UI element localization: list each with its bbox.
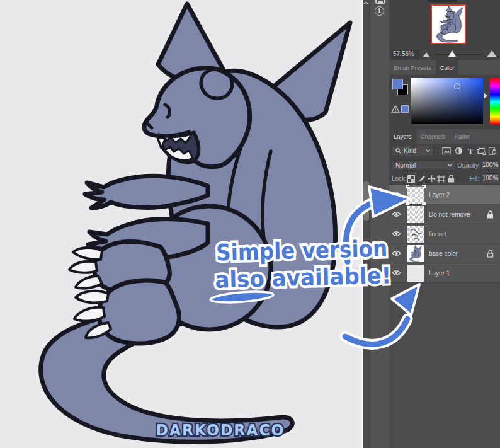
layer-row-do-not-remove[interactable]: Do not remove: [389, 205, 500, 224]
dragon-arm-upper: [85, 176, 208, 208]
visibility-toggle[interactable]: [389, 205, 404, 224]
layer-filter-row: Kind T: [389, 144, 500, 159]
filter-kind-dropdown[interactable]: Kind: [392, 146, 434, 156]
tab-paths[interactable]: Paths: [450, 129, 474, 144]
scrollbar-thumb[interactable]: [363, 181, 369, 221]
visibility-toggle[interactable]: [389, 244, 404, 263]
filter-pixel-layers-icon[interactable]: [442, 147, 451, 155]
collapsed-panel-dock: i: [370, 0, 389, 448]
layers-panel-empty-area: [389, 283, 500, 448]
fill-value-field[interactable]: 100%: [481, 173, 499, 183]
panel-header-notch: [428, 0, 457, 2]
visibility-toggle[interactable]: [389, 185, 404, 205]
zoom-value-field[interactable]: 57.56%: [391, 50, 419, 59]
watermark-text: DARKODRACO: [156, 422, 285, 439]
layer-name: Layer 2: [429, 192, 450, 198]
info-panel-icon[interactable]: i: [375, 6, 384, 16]
tab-channels[interactable]: Channels: [416, 129, 450, 144]
lock-transparent-pixels-icon[interactable]: [407, 175, 415, 183]
hue-rainbow-strip[interactable]: [490, 78, 500, 124]
dragon-foot-lower: [99, 280, 179, 343]
blend-mode-dropdown[interactable]: Normal: [392, 160, 456, 171]
layer-name: Do not remove: [429, 211, 470, 218]
canvas-vertical-scrollbar[interactable]: [363, 0, 370, 448]
lock-transparency-icon: [487, 250, 494, 258]
layer-row-layer1[interactable]: Layer 1: [389, 263, 500, 283]
saturation-brightness-field[interactable]: [411, 78, 483, 124]
visibility-toggle[interactable]: [389, 224, 404, 244]
layer-name: lineart: [429, 231, 446, 238]
lock-image-pixels-icon[interactable]: [418, 175, 426, 183]
filter-shape-layers-icon[interactable]: [477, 147, 486, 155]
color-tabstrip: Brush Presets Color: [389, 60, 500, 74]
filter-type-layers-icon[interactable]: T: [467, 147, 474, 155]
chevron-down-icon: [426, 149, 430, 152]
dragon-artwork: DARKODRACO: [0, 0, 361, 448]
navigator-zoom-row: 57.56%: [389, 49, 500, 60]
fill-label: Fill:: [460, 173, 479, 184]
hue-slider-arrow[interactable]: [484, 93, 487, 99]
lock-full-icon: [487, 210, 494, 219]
layer-thumbnail[interactable]: [407, 265, 424, 282]
layer-thumbnail[interactable]: [407, 206, 424, 223]
lock-position-icon[interactable]: [428, 175, 436, 183]
foreground-color-swatch[interactable]: [392, 79, 403, 89]
lock-label: Lock:: [392, 173, 407, 184]
zoom-slider-thumb[interactable]: [448, 50, 456, 57]
eye-icon: [392, 192, 401, 198]
navigator-thumbnail[interactable]: [431, 4, 466, 44]
eye-icon: [392, 270, 401, 276]
lock-all-icon[interactable]: [448, 175, 455, 183]
layer-list: Layer 2 Do not remove: [389, 185, 500, 283]
layers-tabstrip: Layers Channels Paths: [389, 129, 500, 144]
color-picker-ring[interactable]: [454, 83, 460, 89]
gamut-warning-icon[interactable]: [391, 105, 400, 113]
tab-color[interactable]: Color: [436, 60, 459, 74]
layer-row-base-color[interactable]: base color: [389, 244, 500, 263]
color-panel: [389, 74, 500, 129]
properties-panel-icon[interactable]: [375, 0, 385, 4]
blend-mode-value: Normal: [395, 162, 416, 169]
lock-row: Lock: Fill: 100%: [389, 173, 500, 185]
chevron-down-icon: [448, 164, 452, 167]
layer-name: base color: [429, 250, 458, 257]
layer-row-lineart[interactable]: lineart: [389, 224, 500, 244]
layer-thumbnail[interactable]: [407, 226, 424, 243]
blend-mode-row: Normal Opacity: 100%: [389, 159, 500, 173]
search-icon: [395, 148, 401, 154]
filter-smart-objects-icon[interactable]: [488, 147, 496, 155]
opacity-label: Opacity:: [457, 160, 479, 171]
eye-icon: [392, 211, 401, 217]
tab-brush-presets[interactable]: Brush Presets: [389, 60, 436, 74]
filter-kind-label: Kind: [404, 147, 416, 154]
layer-thumbnail[interactable]: [407, 187, 424, 204]
scroll-up-icon[interactable]: [363, 1, 369, 6]
visibility-toggle[interactable]: [389, 263, 404, 283]
panel-area: 57.56% Brush Presets Color Layers Channe…: [389, 0, 500, 448]
layer-thumbnail[interactable]: [407, 245, 424, 262]
svg-text:T: T: [468, 147, 474, 155]
gamut-safe-color-swatch[interactable]: [401, 105, 409, 113]
zoom-in-icon[interactable]: [487, 50, 497, 57]
zoom-out-icon[interactable]: [423, 52, 429, 57]
tab-layers[interactable]: Layers: [389, 129, 416, 144]
lock-artboard-icon[interactable]: [437, 175, 445, 183]
eye-icon: [392, 231, 401, 237]
document-canvas[interactable]: DARKODRACO: [0, 0, 361, 448]
filter-adjustment-layers-icon[interactable]: [455, 147, 463, 155]
eye-icon: [392, 250, 401, 256]
layer-row-layer2[interactable]: Layer 2: [389, 185, 500, 205]
opacity-value-field[interactable]: 100%: [481, 160, 499, 170]
navigator-panel: [389, 0, 500, 49]
layer-name: Layer 1: [429, 270, 450, 277]
zoom-slider-track[interactable]: [435, 54, 482, 55]
